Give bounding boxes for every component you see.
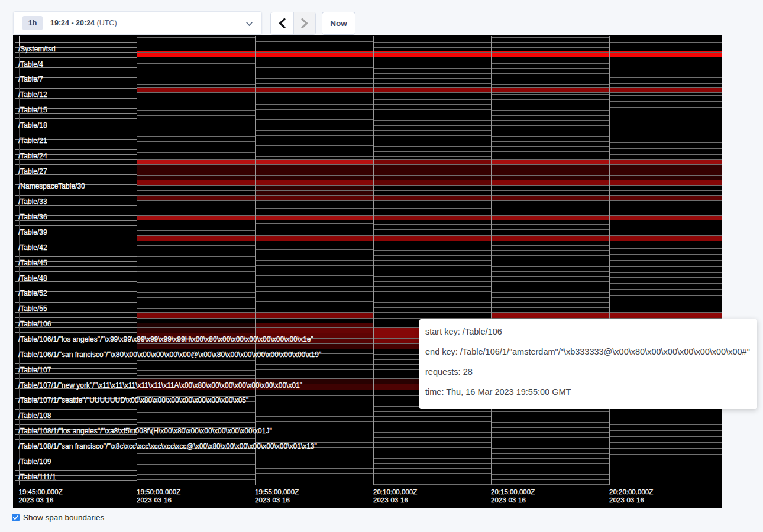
svg-text:/Table/7: /Table/7: [18, 75, 43, 83]
svg-text:/Table/48: /Table/48: [18, 274, 47, 283]
svg-text:2023-03-16: 2023-03-16: [373, 497, 408, 504]
svg-text:/Table/109: /Table/109: [18, 458, 51, 466]
svg-text:/Table/107: /Table/107: [18, 366, 51, 374]
svg-text:/Table/108/1/"los angeles"/"\x: /Table/108/1/"los angeles"/"\xa8\xf5\u00…: [18, 427, 272, 435]
svg-text:20:10:00.000Z: 20:10:00.000Z: [373, 488, 417, 495]
svg-text:2023-03-16: 2023-03-16: [19, 497, 54, 504]
svg-text:/Table/27: /Table/27: [18, 167, 47, 176]
svg-text:/Table/111/1: /Table/111/1: [18, 473, 56, 481]
svg-text:/Table/107/1/"new york"/"\x11\: /Table/107/1/"new york"/"\x11\x11\x11\x1…: [18, 381, 302, 390]
svg-text:/Table/52: /Table/52: [18, 289, 47, 297]
svg-text:/System/tsd: /System/tsd: [18, 45, 56, 53]
svg-text:/Table/108/1/"san francisco"/": /Table/108/1/"san francisco"/"\x8c\xcc\x…: [18, 442, 317, 450]
svg-text:19:55:00.000Z: 19:55:00.000Z: [255, 488, 299, 495]
svg-text:/Table/33: /Table/33: [18, 197, 47, 206]
svg-text:/Table/55: /Table/55: [18, 304, 47, 313]
svg-text:/NamespaceTable/30: /NamespaceTable/30: [18, 182, 85, 190]
svg-text:/Table/24: /Table/24: [18, 152, 47, 160]
svg-text:/Table/106/1/"los angeles"/"\x: /Table/106/1/"los angeles"/"\x99\x99\x99…: [18, 335, 313, 343]
svg-text:2023-03-16: 2023-03-16: [491, 497, 526, 504]
svg-text:/Table/107/1/"seattle"/"UUUUUU: /Table/107/1/"seattle"/"UUUUUUD\x00\x80\…: [18, 396, 248, 404]
svg-text:19:50:00.000Z: 19:50:00.000Z: [137, 488, 180, 495]
svg-text:/Table/108: /Table/108: [18, 411, 51, 420]
svg-text:/Table/42: /Table/42: [18, 244, 47, 252]
svg-text:/Table/15: /Table/15: [18, 106, 47, 114]
svg-text:2023-03-16: 2023-03-16: [137, 497, 172, 504]
svg-text:/Table/36: /Table/36: [18, 213, 47, 221]
svg-text:/Table/39: /Table/39: [18, 228, 47, 236]
svg-text:/Table/4: /Table/4: [18, 60, 43, 69]
svg-text:/Table/106: /Table/106: [18, 320, 51, 328]
svg-text:/Table/12: /Table/12: [18, 90, 47, 99]
svg-text:/Table/45: /Table/45: [18, 259, 47, 267]
svg-text:20:20:00.000Z: 20:20:00.000Z: [609, 488, 653, 495]
svg-text:2023-03-16: 2023-03-16: [255, 497, 290, 504]
svg-text:/Table/18: /Table/18: [18, 121, 47, 129]
svg-text:/Table/106/1/"san francisco"/": /Table/106/1/"san francisco"/"\x80\x00\x…: [18, 351, 321, 359]
svg-text:19:45:00.000Z: 19:45:00.000Z: [19, 488, 63, 495]
svg-text:20:15:00.000Z: 20:15:00.000Z: [491, 488, 535, 495]
svg-text:2023-03-16: 2023-03-16: [609, 497, 644, 504]
svg-text:/Table/21: /Table/21: [18, 137, 47, 145]
